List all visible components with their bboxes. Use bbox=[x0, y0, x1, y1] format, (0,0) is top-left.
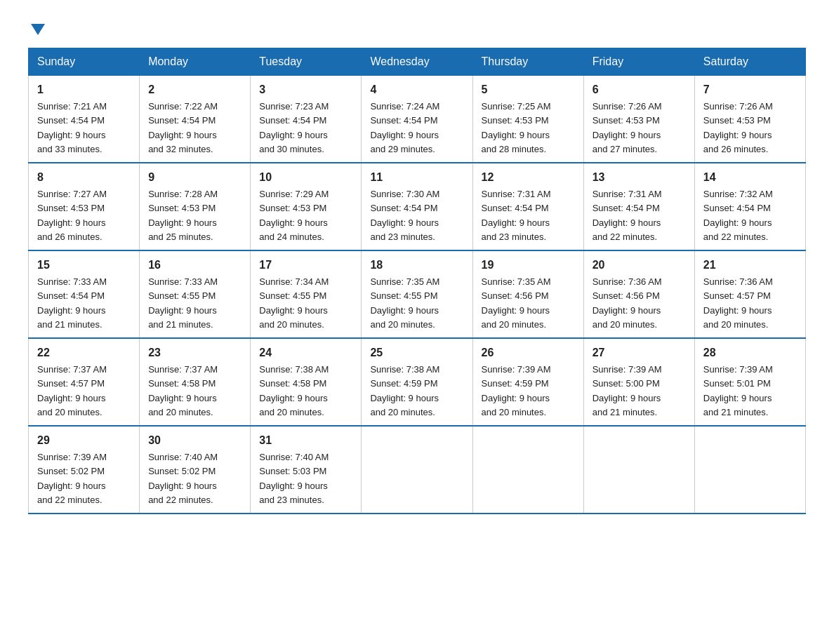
day-number: 1 bbox=[37, 81, 131, 98]
day-number: 5 bbox=[482, 81, 575, 98]
day-info: Sunrise: 7:35 AMSunset: 4:56 PMDaylight:… bbox=[482, 276, 551, 330]
week-row-1: 1 Sunrise: 7:21 AMSunset: 4:54 PMDayligh… bbox=[29, 76, 806, 163]
day-info: Sunrise: 7:34 AMSunset: 4:55 PMDaylight:… bbox=[259, 276, 329, 330]
day-cell bbox=[362, 426, 472, 514]
header-cell-saturday: Saturday bbox=[694, 48, 805, 76]
day-number: 12 bbox=[482, 169, 575, 186]
day-number: 24 bbox=[259, 344, 352, 361]
calendar-body: 1 Sunrise: 7:21 AMSunset: 4:54 PMDayligh… bbox=[29, 76, 806, 514]
day-cell: 31 Sunrise: 7:40 AMSunset: 5:03 PMDaylig… bbox=[251, 426, 362, 514]
day-cell: 14 Sunrise: 7:32 AMSunset: 4:54 PMDaylig… bbox=[694, 163, 805, 250]
logo bbox=[28, 21, 45, 34]
day-number: 11 bbox=[370, 169, 463, 186]
day-info: Sunrise: 7:38 AMSunset: 4:58 PMDaylight:… bbox=[259, 364, 329, 417]
day-cell: 17 Sunrise: 7:34 AMSunset: 4:55 PMDaylig… bbox=[251, 250, 362, 338]
day-cell: 23 Sunrise: 7:37 AMSunset: 4:58 PMDaylig… bbox=[140, 338, 251, 426]
day-cell: 8 Sunrise: 7:27 AMSunset: 4:53 PMDayligh… bbox=[29, 163, 140, 250]
day-number: 19 bbox=[482, 257, 575, 274]
day-info: Sunrise: 7:37 AMSunset: 4:58 PMDaylight:… bbox=[148, 364, 218, 417]
header-cell-sunday: Sunday bbox=[29, 48, 140, 76]
day-cell bbox=[472, 426, 583, 514]
calendar-header: SundayMondayTuesdayWednesdayThursdayFrid… bbox=[29, 48, 806, 76]
day-cell: 7 Sunrise: 7:26 AMSunset: 4:53 PMDayligh… bbox=[694, 76, 805, 163]
day-cell: 27 Sunrise: 7:39 AMSunset: 5:00 PMDaylig… bbox=[583, 338, 694, 426]
day-cell: 18 Sunrise: 7:35 AMSunset: 4:55 PMDaylig… bbox=[362, 250, 472, 338]
week-row-2: 8 Sunrise: 7:27 AMSunset: 4:53 PMDayligh… bbox=[29, 163, 806, 250]
day-cell: 30 Sunrise: 7:40 AMSunset: 5:02 PMDaylig… bbox=[140, 426, 251, 514]
day-cell: 16 Sunrise: 7:33 AMSunset: 4:55 PMDaylig… bbox=[140, 250, 251, 338]
day-number: 18 bbox=[370, 257, 463, 274]
day-info: Sunrise: 7:39 AMSunset: 5:02 PMDaylight:… bbox=[37, 452, 107, 505]
header-cell-monday: Monday bbox=[140, 48, 251, 76]
day-cell: 24 Sunrise: 7:38 AMSunset: 4:58 PMDaylig… bbox=[251, 338, 362, 426]
day-number: 6 bbox=[593, 81, 686, 98]
day-info: Sunrise: 7:39 AMSunset: 5:01 PMDaylight:… bbox=[703, 364, 773, 417]
header-cell-wednesday: Wednesday bbox=[362, 48, 472, 76]
day-number: 30 bbox=[148, 432, 241, 449]
day-number: 27 bbox=[593, 344, 686, 361]
day-cell bbox=[583, 426, 694, 514]
day-cell: 6 Sunrise: 7:26 AMSunset: 4:53 PMDayligh… bbox=[583, 76, 694, 163]
week-row-4: 22 Sunrise: 7:37 AMSunset: 4:57 PMDaylig… bbox=[29, 338, 806, 426]
day-info: Sunrise: 7:26 AMSunset: 4:53 PMDaylight:… bbox=[593, 101, 662, 154]
day-cell: 13 Sunrise: 7:31 AMSunset: 4:54 PMDaylig… bbox=[583, 163, 694, 250]
day-info: Sunrise: 7:29 AMSunset: 4:53 PMDaylight:… bbox=[259, 189, 329, 242]
day-info: Sunrise: 7:21 AMSunset: 4:54 PMDaylight:… bbox=[37, 101, 107, 154]
day-number: 16 bbox=[148, 257, 241, 274]
day-info: Sunrise: 7:36 AMSunset: 4:56 PMDaylight:… bbox=[593, 276, 662, 330]
week-row-3: 15 Sunrise: 7:33 AMSunset: 4:54 PMDaylig… bbox=[29, 250, 806, 338]
day-cell: 28 Sunrise: 7:39 AMSunset: 5:01 PMDaylig… bbox=[694, 338, 805, 426]
day-number: 26 bbox=[482, 344, 575, 361]
day-info: Sunrise: 7:33 AMSunset: 4:54 PMDaylight:… bbox=[37, 276, 107, 330]
day-info: Sunrise: 7:30 AMSunset: 4:54 PMDaylight:… bbox=[370, 189, 439, 242]
day-number: 9 bbox=[148, 169, 241, 186]
logo-arrow-icon bbox=[31, 24, 45, 35]
day-cell: 21 Sunrise: 7:36 AMSunset: 4:57 PMDaylig… bbox=[694, 250, 805, 338]
day-number: 10 bbox=[259, 169, 352, 186]
day-number: 8 bbox=[37, 169, 131, 186]
day-number: 29 bbox=[37, 432, 131, 449]
day-cell bbox=[694, 426, 805, 514]
day-info: Sunrise: 7:35 AMSunset: 4:55 PMDaylight:… bbox=[370, 276, 439, 330]
day-info: Sunrise: 7:32 AMSunset: 4:54 PMDaylight:… bbox=[703, 189, 773, 242]
day-cell: 5 Sunrise: 7:25 AMSunset: 4:53 PMDayligh… bbox=[472, 76, 583, 163]
day-cell: 1 Sunrise: 7:21 AMSunset: 4:54 PMDayligh… bbox=[29, 76, 140, 163]
day-number: 31 bbox=[259, 432, 352, 449]
day-info: Sunrise: 7:22 AMSunset: 4:54 PMDaylight:… bbox=[148, 101, 218, 154]
logo-general-text bbox=[28, 21, 45, 35]
day-number: 20 bbox=[593, 257, 686, 274]
day-cell: 19 Sunrise: 7:35 AMSunset: 4:56 PMDaylig… bbox=[472, 250, 583, 338]
day-cell: 9 Sunrise: 7:28 AMSunset: 4:53 PMDayligh… bbox=[140, 163, 251, 250]
day-info: Sunrise: 7:39 AMSunset: 4:59 PMDaylight:… bbox=[482, 364, 551, 417]
day-cell: 12 Sunrise: 7:31 AMSunset: 4:54 PMDaylig… bbox=[472, 163, 583, 250]
day-number: 21 bbox=[703, 257, 797, 274]
day-number: 23 bbox=[148, 344, 241, 361]
day-number: 7 bbox=[703, 81, 797, 98]
day-number: 14 bbox=[703, 169, 797, 186]
day-cell: 11 Sunrise: 7:30 AMSunset: 4:54 PMDaylig… bbox=[362, 163, 472, 250]
day-info: Sunrise: 7:33 AMSunset: 4:55 PMDaylight:… bbox=[148, 276, 218, 330]
day-number: 15 bbox=[37, 257, 131, 274]
day-number: 25 bbox=[370, 344, 463, 361]
day-info: Sunrise: 7:40 AMSunset: 5:03 PMDaylight:… bbox=[259, 452, 329, 505]
day-cell: 20 Sunrise: 7:36 AMSunset: 4:56 PMDaylig… bbox=[583, 250, 694, 338]
day-cell: 15 Sunrise: 7:33 AMSunset: 4:54 PMDaylig… bbox=[29, 250, 140, 338]
day-info: Sunrise: 7:36 AMSunset: 4:57 PMDaylight:… bbox=[703, 276, 773, 330]
header-cell-friday: Friday bbox=[583, 48, 694, 76]
day-number: 17 bbox=[259, 257, 352, 274]
day-cell: 2 Sunrise: 7:22 AMSunset: 4:54 PMDayligh… bbox=[140, 76, 251, 163]
day-info: Sunrise: 7:23 AMSunset: 4:54 PMDaylight:… bbox=[259, 101, 329, 154]
day-number: 13 bbox=[593, 169, 686, 186]
day-cell: 25 Sunrise: 7:38 AMSunset: 4:59 PMDaylig… bbox=[362, 338, 472, 426]
day-info: Sunrise: 7:24 AMSunset: 4:54 PMDaylight:… bbox=[370, 101, 439, 154]
day-info: Sunrise: 7:31 AMSunset: 4:54 PMDaylight:… bbox=[482, 189, 551, 242]
page-header bbox=[28, 21, 806, 34]
day-number: 4 bbox=[370, 81, 463, 98]
day-cell: 3 Sunrise: 7:23 AMSunset: 4:54 PMDayligh… bbox=[251, 76, 362, 163]
day-info: Sunrise: 7:39 AMSunset: 5:00 PMDaylight:… bbox=[593, 364, 662, 417]
day-info: Sunrise: 7:25 AMSunset: 4:53 PMDaylight:… bbox=[482, 101, 551, 154]
day-info: Sunrise: 7:26 AMSunset: 4:53 PMDaylight:… bbox=[703, 101, 773, 154]
calendar-table: SundayMondayTuesdayWednesdayThursdayFrid… bbox=[28, 48, 806, 514]
day-info: Sunrise: 7:28 AMSunset: 4:53 PMDaylight:… bbox=[148, 189, 218, 242]
header-row: SundayMondayTuesdayWednesdayThursdayFrid… bbox=[29, 48, 806, 76]
